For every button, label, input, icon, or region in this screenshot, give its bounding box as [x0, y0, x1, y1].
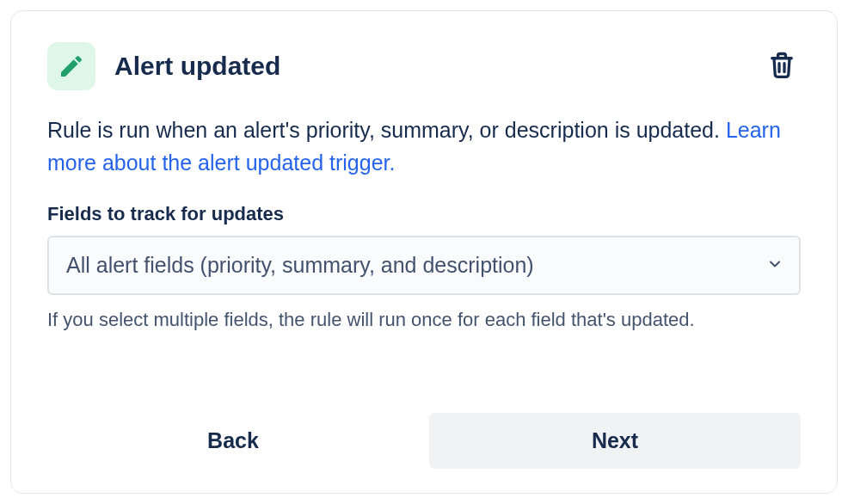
fields-helper-text: If you select multiple fields, the rule … [47, 305, 801, 334]
trigger-title: Alert updated [114, 52, 280, 81]
pencil-icon-badge [47, 42, 95, 90]
footer-buttons: Back Next [47, 413, 801, 469]
description-text: Rule is run when an alert's priority, su… [47, 118, 726, 142]
fields-select[interactable]: All alert fields (priority, summary, and… [47, 236, 801, 295]
trigger-description: Rule is run when an alert's priority, su… [47, 114, 801, 179]
delete-button[interactable] [763, 46, 801, 87]
header-row: Alert updated [47, 42, 801, 90]
header-left: Alert updated [47, 42, 280, 90]
trigger-config-card: Alert updated Rule is run when an alert'… [10, 10, 838, 494]
back-button[interactable]: Back [47, 413, 419, 469]
next-button[interactable]: Next [429, 413, 801, 469]
fields-select-value: All alert fields (priority, summary, and… [66, 253, 534, 278]
pencil-icon [58, 52, 85, 80]
fields-label: Fields to track for updates [47, 203, 801, 225]
trash-icon [766, 50, 797, 81]
fields-select-wrap: All alert fields (priority, summary, and… [47, 236, 801, 295]
